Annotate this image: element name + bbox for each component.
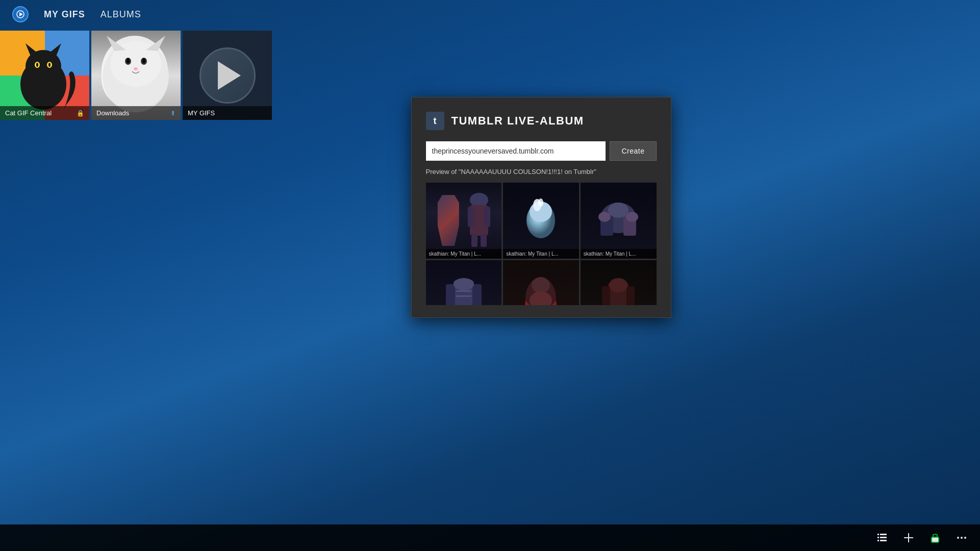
add-button[interactable] bbox=[902, 532, 915, 544]
grid-caption-3: skathian: My Titan | L... bbox=[581, 249, 657, 259]
grid-item-3[interactable]: skathian: My Titan | L... bbox=[581, 183, 657, 259]
svg-point-58 bbox=[961, 537, 963, 539]
svg-rect-51 bbox=[880, 537, 887, 538]
more-options-button[interactable] bbox=[956, 532, 968, 544]
svg-point-33 bbox=[598, 212, 611, 222]
svg-point-28 bbox=[538, 198, 543, 207]
create-button[interactable]: Create bbox=[610, 141, 656, 161]
svg-point-32 bbox=[608, 203, 629, 218]
lock-icon bbox=[929, 532, 941, 544]
svg-rect-49 bbox=[880, 534, 887, 535]
svg-rect-37 bbox=[472, 284, 482, 305]
tumblr-icon: t bbox=[426, 112, 444, 130]
svg-rect-40 bbox=[456, 295, 471, 297]
modal-image-grid[interactable]: skathian: My Titan | L... bbox=[426, 183, 657, 305]
svg-rect-46 bbox=[626, 286, 635, 305]
list-icon bbox=[876, 532, 888, 544]
svg-rect-55 bbox=[904, 537, 913, 538]
svg-point-34 bbox=[626, 212, 638, 222]
svg-rect-23 bbox=[471, 234, 478, 247]
svg-rect-56 bbox=[932, 537, 939, 542]
svg-rect-45 bbox=[602, 286, 610, 305]
svg-rect-39 bbox=[456, 290, 471, 292]
svg-rect-24 bbox=[481, 234, 487, 247]
ellipsis-icon bbox=[956, 532, 968, 544]
grid-item-1[interactable]: skathian: My Titan | L... bbox=[426, 183, 502, 259]
svg-rect-36 bbox=[446, 284, 455, 305]
svg-rect-48 bbox=[877, 534, 879, 535]
list-view-button[interactable] bbox=[876, 532, 888, 544]
grid-item-4[interactable] bbox=[426, 260, 502, 305]
svg-rect-22 bbox=[484, 207, 490, 227]
svg-point-19 bbox=[470, 193, 488, 207]
modal-title: TUMBLR LIVE-ALBUM bbox=[451, 114, 584, 128]
svg-point-59 bbox=[964, 537, 966, 539]
svg-rect-53 bbox=[880, 540, 887, 541]
grid-caption-2: skathian: My Titan | L... bbox=[503, 249, 579, 259]
svg-rect-52 bbox=[877, 540, 879, 541]
bottom-toolbar bbox=[0, 524, 980, 551]
svg-point-57 bbox=[957, 537, 959, 539]
grid-caption-1: skathian: My Titan | L... bbox=[426, 249, 502, 259]
grid-item-6[interactable] bbox=[581, 260, 657, 305]
svg-rect-50 bbox=[877, 537, 879, 538]
grid-item-5[interactable] bbox=[503, 260, 579, 305]
modal-header: t TUMBLR LIVE-ALBUM bbox=[426, 112, 657, 130]
svg-point-47 bbox=[609, 278, 627, 292]
svg-point-38 bbox=[454, 278, 474, 290]
grid-item-2[interactable]: skathian: My Titan | L... bbox=[503, 183, 579, 259]
modal-preview-text: Preview of "NAAAAAAUUUU COULSON!1!!!1! o… bbox=[426, 168, 657, 176]
svg-point-42 bbox=[532, 277, 550, 293]
plus-icon bbox=[902, 532, 915, 544]
modal-input-row: Create bbox=[426, 141, 657, 161]
lock-button[interactable] bbox=[929, 532, 941, 544]
modal-overlay: t TUMBLR LIVE-ALBUM Create Preview of "N… bbox=[0, 0, 980, 551]
svg-rect-21 bbox=[468, 207, 474, 227]
tumblr-url-input[interactable] bbox=[426, 141, 606, 161]
tumblr-live-album-modal: t TUMBLR LIVE-ALBUM Create Preview of "N… bbox=[411, 97, 671, 318]
